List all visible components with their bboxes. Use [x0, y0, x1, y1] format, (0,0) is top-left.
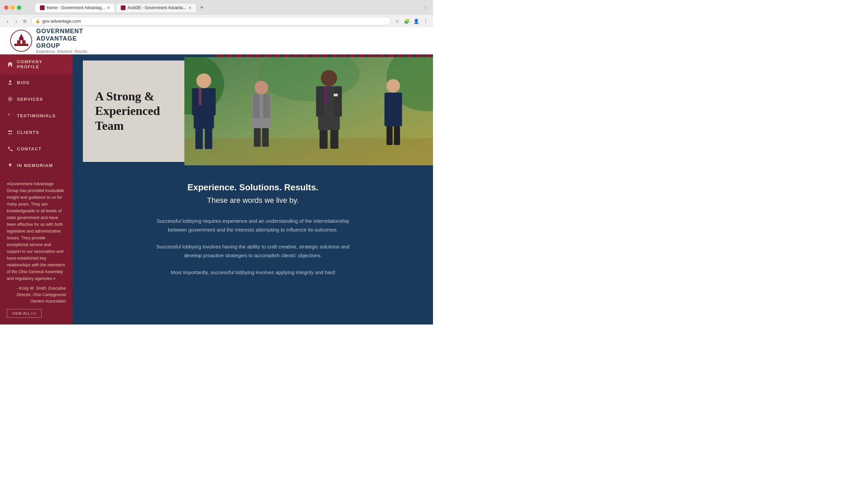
tab-close-button[interactable]: ✕: [107, 6, 110, 10]
logo-text: GOVERNMENT ADVANTAGE GROUP Experience. S…: [36, 28, 88, 54]
browser-titlebar: Home - Government Advantag... ✕ AcelDE -…: [0, 0, 433, 15]
testimonial-section: "Government Advantage Group has provided…: [0, 174, 73, 324]
logo-svg: [13, 33, 30, 49]
svg-text:": ": [8, 113, 11, 118]
sidebar-item-in-memoriam[interactable]: IN MEMORIAM: [0, 157, 73, 174]
svg-point-9: [9, 98, 11, 100]
tab-acelde[interactable]: AcelDE - Government Advanta... ✕: [116, 3, 196, 12]
svg-rect-7: [10, 65, 11, 67]
minimize-window-button[interactable]: [11, 5, 15, 10]
content-para-3: Most importantly, successful lobbying in…: [148, 268, 358, 277]
logo-container: GOVERNMENT ADVANTAGE GROUP Experience. S…: [10, 28, 88, 54]
building-icon: [7, 61, 13, 68]
person-icon: [7, 79, 13, 86]
new-tab-button[interactable]: +: [197, 3, 207, 12]
sidebar-item-bios[interactable]: BIOS: [0, 75, 73, 91]
memorial-icon: [7, 162, 13, 169]
logo-tagline: Experience. Solutions. Results.: [36, 50, 88, 54]
sidebar-label-services: SERVICES: [17, 97, 43, 102]
bookmark-icon[interactable]: ☆: [394, 18, 401, 25]
svg-rect-36: [325, 86, 328, 105]
svg-point-28: [255, 81, 268, 94]
sidebar-item-services[interactable]: SERVICES: [0, 91, 73, 107]
address-bar: ‹ › ↻ 🔒 gov-advantage.com ☆ 🧩 👤 ⋮: [0, 15, 433, 27]
content-para-2: Successful lobbying involves having the …: [148, 242, 358, 260]
sidebar-label-clients: CLIENTS: [17, 130, 39, 135]
svg-rect-33: [262, 128, 269, 147]
team-photo-svg: [184, 57, 433, 165]
tab-favicon-2: [121, 5, 125, 10]
hero-image-section: A Strong & Experienced Team: [73, 57, 433, 165]
close-quote: ": [53, 276, 55, 284]
tab-favicon: [40, 5, 45, 10]
svg-point-10: [8, 97, 12, 101]
svg-rect-37: [316, 86, 324, 117]
sidebar-item-company-profile[interactable]: COMPANY PROFILE: [0, 55, 73, 75]
hero-area: A Strong & Experienced Team: [73, 55, 433, 324]
svg-rect-26: [196, 129, 203, 149]
svg-rect-38: [335, 86, 342, 117]
sidebar-label-testimonials: TESTIMONIALS: [17, 113, 56, 118]
browser-chrome: Home - Government Advantag... ✕ AcelDE -…: [0, 0, 433, 27]
svg-rect-0: [14, 44, 29, 46]
url-bar[interactable]: 🔒 gov-advantage.com: [31, 17, 391, 25]
back-button[interactable]: ‹: [4, 18, 11, 25]
tab-title: Home - Government Advantag...: [47, 5, 105, 10]
svg-rect-30: [253, 94, 260, 118]
right-panel: A Strong & Experienced Team: [73, 55, 433, 324]
svg-rect-44: [385, 93, 391, 116]
reload-button[interactable]: ↻: [22, 18, 29, 25]
toolbar-icons: ☆ 🧩 👤 ⋮: [394, 18, 429, 25]
sidebar-label-in-memoriam: IN MEMORIAM: [17, 163, 53, 168]
sidebar-label-company-profile: COMPANY PROFILE: [17, 59, 66, 69]
svg-point-13: [11, 130, 12, 132]
sidebar-item-clients[interactable]: CLIENTS: [0, 124, 73, 141]
svg-rect-23: [199, 88, 202, 105]
close-window-button[interactable]: [4, 5, 9, 10]
content-section: Experience. Solutions. Results. These ar…: [73, 165, 433, 302]
svg-rect-46: [387, 126, 393, 145]
lock-icon: 🔒: [35, 19, 40, 23]
view-all-button[interactable]: VIEW ALL (+): [7, 309, 42, 318]
tab-title-2: AcelDE - Government Advanta...: [127, 5, 186, 10]
tabs-bar: Home - Government Advantag... ✕ AcelDE -…: [31, 3, 211, 12]
svg-rect-31: [263, 94, 270, 118]
forward-button[interactable]: ›: [13, 18, 20, 25]
main-content: COMPANY PROFILE BIOS SERVICES " TESTIMON…: [0, 55, 433, 324]
svg-point-34: [321, 70, 337, 86]
tab-close-button-2[interactable]: ✕: [188, 6, 191, 10]
sidebar: COMPANY PROFILE BIOS SERVICES " TESTIMON…: [0, 55, 73, 324]
profile-icon[interactable]: 👤: [413, 18, 420, 25]
quote-icon: ": [7, 112, 13, 119]
svg-rect-2: [19, 37, 23, 40]
extensions-icon[interactable]: 🧩: [403, 18, 410, 25]
tab-home[interactable]: Home - Government Advantag... ✕: [35, 3, 115, 12]
svg-marker-3: [19, 34, 23, 37]
quote-text: "Government Advantage Group has provided…: [7, 181, 66, 282]
sidebar-item-testimonials[interactable]: " TESTIMONIALS: [0, 107, 73, 124]
maximize-window-button[interactable]: [17, 5, 21, 10]
menu-button[interactable]: ⋮: [422, 4, 429, 11]
svg-point-42: [387, 79, 400, 93]
svg-rect-24: [192, 88, 199, 115]
content-para-1: Successful lobbying requires experience …: [148, 217, 358, 234]
svg-point-21: [197, 73, 211, 88]
svg-rect-40: [331, 130, 338, 149]
more-options-icon[interactable]: ⋮: [422, 18, 429, 25]
svg-rect-15: [9, 164, 12, 165]
sidebar-item-contact[interactable]: CONTACT: [0, 141, 73, 157]
tagline-sub: These are words we live by.: [86, 196, 420, 205]
svg-rect-32: [254, 128, 261, 147]
svg-rect-47: [394, 126, 400, 145]
quote-body: Government Advantage Group has provided …: [7, 182, 65, 281]
logo-name: GOVERNMENT ADVANTAGE GROUP: [36, 28, 88, 50]
logo-circle: [10, 30, 32, 52]
traffic-lights: [4, 5, 21, 10]
phone-icon: [7, 145, 13, 152]
svg-rect-39: [320, 130, 328, 149]
nav-buttons: ‹ › ↻: [4, 18, 29, 25]
site-header: GOVERNMENT ADVANTAGE GROUP Experience. S…: [0, 27, 433, 55]
hero-photo: [184, 57, 433, 165]
svg-rect-4: [20, 40, 22, 44]
sidebar-label-contact: CONTACT: [17, 146, 42, 151]
